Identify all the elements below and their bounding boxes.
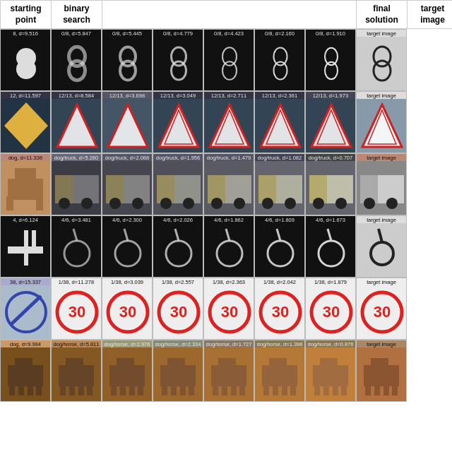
cell-label-r5-c0: dog, d=9.984 <box>1 340 50 347</box>
cell-r4-c7: target image <box>356 278 407 340</box>
cell-canvas-r0-c4 <box>204 37 254 90</box>
rows-container: 8, d=9.5160/8, d=5.8470/8, d=5.4450/8, d… <box>0 29 452 402</box>
cell-r1-c1: 12/13, d=8.584 <box>51 91 102 153</box>
cell-canvas-r4-c1 <box>52 285 102 339</box>
cell-r5-c7: target image <box>356 340 407 402</box>
header-binary-search: binarysearch <box>52 1 102 29</box>
cell-r1-c0: 12, d=11.597 <box>0 91 51 153</box>
header-final-solution: finalsolution <box>357 1 408 29</box>
image-row-4: 38, d=15.3371/38, d=11.2781/38, d=3.0391… <box>0 278 452 340</box>
image-row-3: 4, d=6.1244/6, d=3.4814/6, d=2.3004/6, d… <box>0 215 452 278</box>
cell-canvas-r4-c4 <box>204 285 254 339</box>
cell-label-r3-c0: 4, d=6.124 <box>1 216 50 223</box>
cell-r5-c5: dog/horse, d=1.396 <box>254 340 305 402</box>
cell-r2-c7: target image <box>356 153 407 215</box>
cell-canvas-r3-c0 <box>1 223 51 277</box>
cell-r5-c2: dog/horse, d=2.976 <box>102 340 153 402</box>
cell-label-r1-c1: 12/13, d=8.584 <box>52 92 101 99</box>
cell-canvas-r3-c4 <box>204 223 254 277</box>
cell-canvas-r2-c5 <box>255 161 305 215</box>
cell-canvas-r2-c3 <box>153 161 203 215</box>
cell-label-r4-c1: 1/38, d=11.278 <box>52 278 101 285</box>
cell-r0-c0: 8, d=9.516 <box>0 29 51 91</box>
image-row-1: 12, d=11.59712/13, d=8.58412/13, d=3.698… <box>0 91 452 153</box>
cell-canvas-r5-c5 <box>255 347 305 401</box>
cell-label-r1-c4: 12/13, d=2.711 <box>204 92 254 99</box>
cell-r5-c0: dog, d=9.984 <box>0 340 51 402</box>
cell-label-r3-c4: 4/6, d=1.862 <box>204 216 254 223</box>
cell-r1-c2: 12/13, d=3.698 <box>102 91 153 153</box>
cell-canvas-r3-c1 <box>52 223 102 277</box>
cell-canvas-r3-c5 <box>255 223 305 277</box>
cell-canvas-r0-c6 <box>306 37 356 90</box>
cell-r4-c1: 1/38, d=11.278 <box>51 278 102 340</box>
cell-canvas-r4-c5 <box>255 285 305 339</box>
cell-canvas-r0-c5 <box>255 37 305 90</box>
cell-canvas-r2-c2 <box>102 161 153 215</box>
cell-canvas-r1-c3 <box>153 99 203 153</box>
cell-r0-c6: 0/8, d=1.910 <box>305 29 356 91</box>
cell-label-r3-c3: 4/6, d=2.026 <box>153 216 203 223</box>
cell-r2-c5: dog/truck, d=1.082 <box>254 153 305 215</box>
cell-label-r5-c5: dog/horse, d=1.396 <box>255 340 304 347</box>
cell-canvas-r5-c0 <box>1 347 51 401</box>
cell-label-r1-c7: target image <box>357 92 406 99</box>
cell-r5-c4: dog/horse, d=1.727 <box>203 340 254 402</box>
cell-label-r4-c3: 1/38, d=2.557 <box>153 278 203 285</box>
cell-r3-c4: 4/6, d=1.862 <box>203 215 254 278</box>
cell-canvas-r4-c3 <box>153 285 203 339</box>
cell-canvas-r0-c2 <box>102 37 153 90</box>
cell-canvas-r3-c6 <box>306 223 356 277</box>
cell-r4-c2: 1/38, d=3.039 <box>102 278 153 340</box>
cell-canvas-r1-c1 <box>52 99 102 153</box>
cell-label-r2-c1: dog/truck, d=5.280 <box>52 154 101 161</box>
cell-canvas-r1-c0 <box>1 99 51 153</box>
cell-canvas-r1-c5 <box>255 99 305 153</box>
header-intermediate-steps <box>102 1 357 29</box>
cell-label-r5-c2: dog/horse, d=2.976 <box>102 340 152 347</box>
cell-canvas-r1-c4 <box>204 99 254 153</box>
cell-r4-c6: 1/38, d=1.879 <box>305 278 356 340</box>
cell-canvas-r0-c1 <box>52 37 102 90</box>
cell-label-r5-c3: dog/horse, d=2.334 <box>153 340 203 347</box>
cell-label-r2-c5: dog/truck, d=1.082 <box>255 154 304 161</box>
header-starting-point: startingpoint <box>1 1 52 29</box>
cell-r1-c5: 12/13, d=2.361 <box>254 91 305 153</box>
cell-r2-c0: dog, d=11.336 <box>0 153 51 215</box>
cell-r5-c6: dog/horse, d=0.876 <box>305 340 356 402</box>
cell-label-r2-c6: dog/truck, d=0.707 <box>306 154 355 161</box>
cell-label-r0-c4: 0/8, d=4.423 <box>204 30 254 37</box>
cell-r3-c1: 4/6, d=3.481 <box>51 215 102 278</box>
cell-label-r3-c7: target image <box>357 216 406 223</box>
cell-canvas-r3-c3 <box>153 223 203 277</box>
cell-canvas-r4-c0 <box>1 285 51 339</box>
cell-label-r0-c6: 0/8, d=1.910 <box>306 30 355 37</box>
cell-r3-c2: 4/6, d=2.300 <box>102 215 153 278</box>
cell-label-r2-c4: dog/truck, d=1.479 <box>204 154 254 161</box>
cell-label-r3-c2: 4/6, d=2.300 <box>102 216 152 223</box>
cell-label-r1-c2: 12/13, d=3.698 <box>102 92 152 99</box>
image-row-0: 8, d=9.5160/8, d=5.8470/8, d=5.4450/8, d… <box>0 29 452 91</box>
cell-label-r5-c6: dog/horse, d=0.876 <box>306 340 355 347</box>
cell-canvas-r5-c4 <box>204 347 254 401</box>
cell-r1-c4: 12/13, d=2.711 <box>203 91 254 153</box>
header-row: startingpoint binarysearch finalsolution… <box>1 1 453 29</box>
cell-canvas-r5-c6 <box>306 347 356 401</box>
cell-canvas-r0-c3 <box>153 37 203 90</box>
cell-canvas-r5-c7 <box>357 347 407 401</box>
cell-r3-c0: 4, d=6.124 <box>0 215 51 278</box>
cell-canvas-r2-c1 <box>52 161 102 215</box>
cell-label-r4-c0: 38, d=15.337 <box>1 278 50 285</box>
cell-canvas-r4-c2 <box>102 285 153 339</box>
image-row-2: dog, d=11.336dog/truck, d=5.280dog/truck… <box>0 153 452 215</box>
cell-r3-c7: target image <box>356 215 407 278</box>
cell-r3-c3: 4/6, d=2.026 <box>153 215 203 278</box>
cell-canvas-r3-c2 <box>102 223 153 277</box>
cell-label-r0-c1: 0/8, d=5.847 <box>52 30 101 37</box>
cell-r0-c2: 0/8, d=5.445 <box>102 29 153 91</box>
cell-r2-c1: dog/truck, d=5.280 <box>51 153 102 215</box>
cell-label-r4-c4: 1/38, d=2.363 <box>204 278 254 285</box>
cell-r0-c4: 0/8, d=4.423 <box>203 29 254 91</box>
cell-r1-c7: target image <box>356 91 407 153</box>
cell-r2-c3: dog/truck, d=1.956 <box>153 153 203 215</box>
